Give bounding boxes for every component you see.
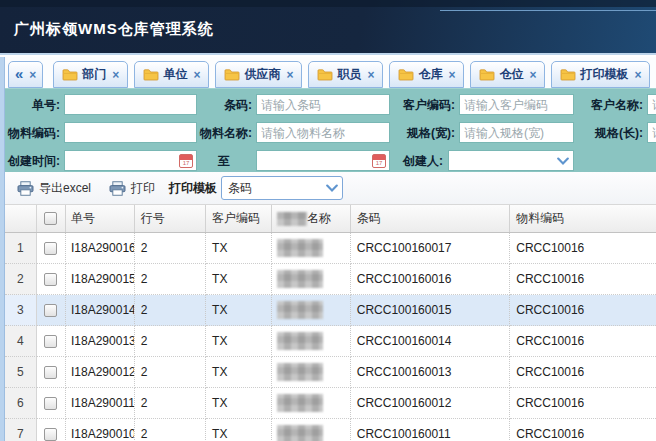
- creator-label: 创建人:: [385, 150, 443, 172]
- create-time-to-input[interactable]: [256, 150, 390, 171]
- customer-name-input[interactable]: [647, 94, 656, 115]
- tab-unit[interactable]: 单位 ×: [134, 61, 209, 88]
- row-checkbox[interactable]: [44, 397, 57, 410]
- tab-staff[interactable]: 职员 ×: [308, 61, 383, 88]
- table-row[interactable]: 5 I18A290012 2 TX CRCC100160013 CRCC1001…: [5, 357, 656, 388]
- folder-icon: [560, 68, 576, 81]
- row-checkbox[interactable]: [44, 366, 57, 379]
- titlebar-decor-line: [440, 10, 656, 11]
- cell-order-no: I18A290012: [66, 357, 135, 388]
- export-excel-label: 导出excel: [39, 180, 91, 197]
- cell-barcode: CRCC100160013: [351, 357, 511, 388]
- redacted-text: [277, 394, 323, 412]
- folder-icon: [62, 68, 78, 81]
- tab-collapse[interactable]: « ×: [8, 61, 43, 88]
- tab-label: 仓库: [418, 66, 442, 83]
- close-icon[interactable]: ×: [367, 69, 374, 81]
- cell-barcode: CRCC100160016: [351, 264, 511, 295]
- create-time-label: 创建时间:: [5, 150, 60, 172]
- row-checkbox[interactable]: [44, 273, 57, 286]
- close-icon[interactable]: ×: [634, 69, 641, 81]
- data-grid: 单号 行号 客户编码 名称 条码 物料编码 1 I18A290016 2 TX …: [5, 205, 656, 441]
- wms-window: 广州标领WMS仓库管理系统 « × 部门 × 单位 × 供应商 × 职员 ×: [0, 0, 656, 441]
- close-icon[interactable]: ×: [448, 69, 455, 81]
- tab-warehouse[interactable]: 仓库 ×: [389, 61, 464, 88]
- barcode-input[interactable]: [256, 94, 390, 115]
- create-time-from-input[interactable]: [64, 150, 197, 171]
- order-no-input[interactable]: [64, 94, 197, 115]
- close-icon[interactable]: ×: [529, 69, 536, 81]
- material-name-input[interactable]: [256, 122, 390, 143]
- cell-customer-code: TX: [206, 388, 272, 419]
- col-material-code[interactable]: 物料编码: [510, 205, 656, 232]
- redacted-text: [277, 212, 307, 226]
- tab-bar: « × 部门 × 单位 × 供应商 × 职员 × 仓库 ×: [5, 57, 656, 88]
- row-number: 7: [5, 419, 37, 441]
- print-template-label: 打印模板: [169, 180, 217, 197]
- spec-length-input[interactable]: [647, 122, 656, 143]
- cell-material-code: CRCC10016: [510, 233, 656, 264]
- spec-width-input[interactable]: [459, 122, 574, 143]
- cell-order-no: I18A290011: [66, 388, 135, 419]
- tab-label: 供应商: [244, 66, 280, 83]
- row-checkbox[interactable]: [44, 335, 57, 348]
- cell-order-no: I18A290013: [66, 326, 135, 357]
- close-icon[interactable]: ×: [29, 69, 36, 81]
- table-row[interactable]: 1 I18A290016 2 TX CRCC100160017 CRCC1001…: [5, 233, 656, 264]
- close-icon[interactable]: ×: [286, 69, 293, 81]
- row-number: 5: [5, 357, 37, 388]
- tab-label: 职员: [337, 66, 361, 83]
- print-button[interactable]: 打印: [109, 180, 155, 197]
- redacted-text: [277, 239, 323, 257]
- col-name[interactable]: 名称: [272, 205, 351, 232]
- cell-line-no: 2: [135, 233, 206, 264]
- cell-customer-code: TX: [206, 326, 272, 357]
- material-code-input[interactable]: [64, 122, 197, 143]
- cell-customer-code: TX: [206, 295, 272, 326]
- col-order-no[interactable]: 单号: [66, 205, 135, 232]
- close-icon[interactable]: ×: [112, 69, 119, 81]
- calendar-icon[interactable]: [372, 154, 386, 168]
- tab-bin[interactable]: 仓位 ×: [470, 61, 545, 88]
- table-row[interactable]: 4 I18A290013 2 TX CRCC100160014 CRCC1001…: [5, 326, 656, 357]
- cell-customer-code: TX: [206, 419, 272, 441]
- cell-barcode: CRCC100160015: [351, 295, 511, 326]
- folder-icon: [143, 68, 159, 81]
- cell-customer-code: TX: [206, 264, 272, 295]
- print-template-value: 条码: [222, 180, 326, 197]
- printer-icon: [17, 181, 34, 196]
- row-checkbox[interactable]: [44, 428, 57, 441]
- cell-line-no: 2: [135, 326, 206, 357]
- row-number-header: [5, 205, 37, 232]
- calendar-icon[interactable]: [179, 154, 193, 168]
- table-row-selected[interactable]: 3 I18A290014 2 TX CRCC100160015 CRCC1001…: [5, 295, 656, 326]
- tab-department[interactable]: 部门 ×: [53, 61, 128, 88]
- table-row[interactable]: 6 I18A290011 2 TX CRCC100160012 CRCC1001…: [5, 388, 656, 419]
- filter-panel: 单号: 条码: 客户编码: 客户名称: 物料编码: 物料名称: 规格(宽): 规…: [5, 88, 656, 172]
- table-row[interactable]: 7 I18A290010 2 TX CRCC100160011 CRCC1001…: [5, 419, 656, 441]
- collapse-tabs-icon[interactable]: «: [15, 66, 23, 81]
- creator-select[interactable]: [448, 150, 574, 171]
- tab-label: 打印模板: [580, 66, 628, 83]
- customer-code-label: 客户编码:: [380, 94, 455, 116]
- col-line-no[interactable]: 行号: [135, 205, 206, 232]
- cell-material-code: CRCC10016: [510, 357, 656, 388]
- row-checkbox[interactable]: [44, 304, 57, 317]
- cell-line-no: 2: [135, 388, 206, 419]
- row-checkbox[interactable]: [44, 242, 57, 255]
- col-barcode[interactable]: 条码: [351, 205, 511, 232]
- tab-print-template[interactable]: 打印模板 ×: [551, 61, 650, 88]
- printer-icon: [109, 181, 126, 196]
- export-excel-button[interactable]: 导出excel: [17, 180, 91, 197]
- select-all-checkbox[interactable]: [44, 212, 57, 225]
- barcode-label: 条码:: [180, 94, 252, 116]
- customer-code-input[interactable]: [459, 94, 574, 115]
- print-template-select[interactable]: 条码: [221, 176, 343, 200]
- table-row[interactable]: 2 I18A290015 2 TX CRCC100160016 CRCC1001…: [5, 264, 656, 295]
- folder-icon: [479, 68, 495, 81]
- cell-material-code: CRCC10016: [510, 264, 656, 295]
- close-icon[interactable]: ×: [193, 69, 200, 81]
- redacted-text: [277, 270, 323, 288]
- tab-supplier[interactable]: 供应商 ×: [215, 61, 302, 88]
- col-customer-code[interactable]: 客户编码: [206, 205, 272, 232]
